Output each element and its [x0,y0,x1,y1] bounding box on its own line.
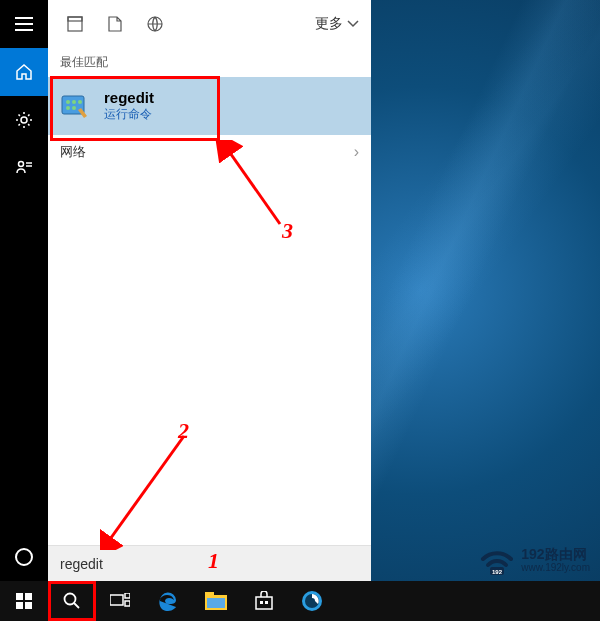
network-group[interactable]: 网络 › [48,135,371,169]
svg-point-7 [66,100,70,104]
svg-rect-17 [110,595,123,605]
more-dropdown[interactable]: 更多 [315,15,359,33]
task-view-button[interactable] [96,581,144,621]
svg-rect-19 [125,601,130,606]
search-panel-main: 更多 最佳匹配 regedit 运行命令 [48,0,371,581]
svg-rect-23 [260,601,263,604]
wifi-icon: 192 [479,545,515,575]
store-icon[interactable] [240,581,288,621]
cortana-icon[interactable] [0,533,48,581]
svg-rect-15 [25,602,32,609]
file-explorer-icon[interactable] [192,581,240,621]
web-filter-icon[interactable] [146,15,164,33]
feedback-icon[interactable] [0,144,48,192]
svg-point-1 [19,162,24,167]
settings-gear-icon[interactable] [0,96,48,144]
chevron-down-icon [347,20,359,28]
svg-point-11 [72,106,76,110]
svg-point-10 [66,106,70,110]
svg-point-0 [21,117,27,123]
search-left-rail [0,0,48,581]
hamburger-icon[interactable] [0,0,48,48]
svg-point-8 [72,100,76,104]
result-title: regedit [104,89,154,106]
svg-rect-12 [16,593,23,600]
svg-rect-3 [68,17,82,31]
svg-point-2 [16,549,32,565]
apps-filter-icon[interactable] [66,15,84,33]
network-group-label: 网络 [60,143,86,161]
svg-rect-21 [205,592,214,597]
search-input[interactable] [60,556,359,572]
result-regedit[interactable]: regedit 运行命令 [48,77,371,135]
svg-text:192: 192 [492,569,503,575]
svg-rect-24 [265,601,268,604]
svg-rect-18 [125,593,130,598]
svg-rect-4 [68,17,82,21]
start-button[interactable] [0,581,48,621]
chevron-right-icon: › [354,143,359,161]
regedit-icon [60,90,92,122]
svg-rect-13 [25,593,32,600]
result-subtitle: 运行命令 [104,106,154,123]
more-label: 更多 [315,15,343,33]
edge-browser-icon[interactable] [144,581,192,621]
svg-point-16 [65,594,76,605]
search-input-bar [48,545,371,581]
home-icon[interactable] [0,48,48,96]
watermark-text-sub: www.192ly.com [521,562,590,573]
watermark-text-main: 192路由网 [521,547,590,562]
qq-browser-icon[interactable] [288,581,336,621]
svg-rect-14 [16,602,23,609]
svg-point-9 [78,100,82,104]
documents-filter-icon[interactable] [106,15,124,33]
svg-rect-22 [207,598,225,608]
watermark-logo: 192 192路由网 www.192ly.com [479,545,590,575]
search-panel-header: 更多 [48,0,371,48]
taskbar [0,581,600,621]
search-button[interactable] [48,581,96,621]
search-panel: 更多 最佳匹配 regedit 运行命令 [0,0,371,581]
best-match-header: 最佳匹配 [48,48,371,77]
